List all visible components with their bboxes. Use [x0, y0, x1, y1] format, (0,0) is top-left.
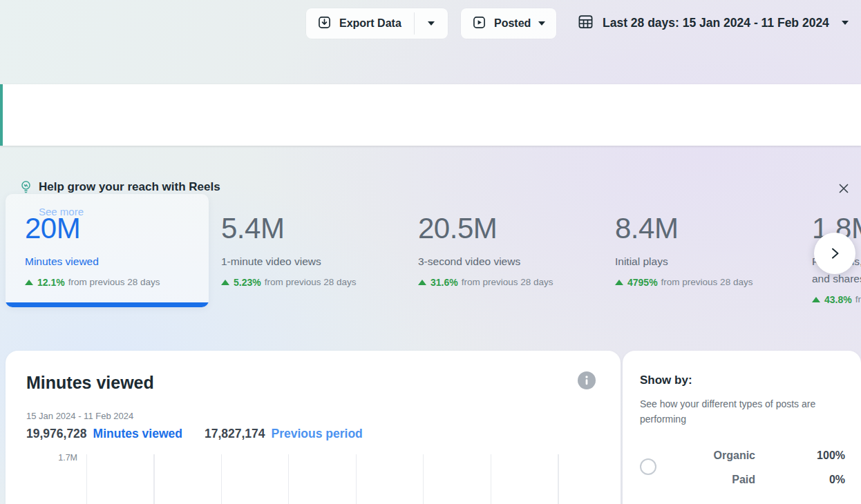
chevron-down-icon: [538, 21, 545, 26]
current-period-label: Minutes viewed: [93, 427, 182, 441]
show-by-title: Show by:: [640, 374, 692, 387]
calendar-icon: [577, 13, 594, 33]
date-range-label: Last 28 days: 15 Jan 2024 - 11 Feb 2024: [603, 16, 829, 30]
minutes-viewed-chart-panel: Minutes viewed 15 Jan 2024 - 11 Feb 2024…: [6, 351, 621, 504]
metric-label: 3-second video views: [418, 253, 596, 271]
metric-change-percent: 43.8%: [824, 294, 852, 305]
reels-tip-banner: Help grow your reach with Reels See more: [0, 84, 861, 146]
increase-arrow-icon: [615, 280, 623, 285]
chevron-down-icon: [842, 21, 849, 25]
post-type-radio-button[interactable]: [640, 458, 656, 475]
carousel-next-button[interactable]: [814, 233, 855, 274]
post-type-breakdown: Organic 100% Paid 0%: [686, 449, 845, 497]
metric-card-minutes-viewed[interactable]: 20M Minutes viewed 12.1% from previous 2…: [6, 194, 209, 307]
chart-date-range: 15 Jan 2024 - 11 Feb 2024: [26, 411, 133, 421]
selected-indicator-bar: [6, 302, 209, 307]
organic-percent: 100%: [811, 449, 845, 462]
metric-value: 20M: [25, 213, 202, 244]
metric-label: Minutes viewed: [25, 253, 202, 271]
chart-legend: 19,976,728 Minutes viewed 17,827,174 Pre…: [26, 427, 363, 441]
organic-row: Organic 100%: [686, 449, 845, 463]
y-axis-top-tick: 1.7M: [48, 453, 77, 463]
metric-label: Initial plays: [615, 253, 793, 271]
metric-value: 20.5M: [418, 213, 596, 244]
chevron-down-icon: [428, 21, 435, 26]
metric-value: 8.4M: [615, 213, 793, 244]
metric-change-percent: 12.1%: [37, 277, 65, 288]
metric-label: 1-minute video views: [221, 253, 399, 271]
export-data-button[interactable]: Export Data: [306, 8, 414, 39]
increase-arrow-icon: [812, 297, 820, 302]
banner-title: Help grow your reach with Reels: [39, 180, 220, 194]
paid-row: Paid 0%: [686, 473, 845, 487]
show-by-panel: Show by: See how your different types of…: [623, 351, 861, 504]
previous-period-value: 17,827,174: [205, 427, 265, 441]
metric-change-note: from previous 28 days: [68, 277, 160, 287]
chart-plot-area: [86, 454, 623, 504]
export-data-label: Export Data: [339, 17, 401, 30]
chevron-right-icon: [827, 246, 842, 261]
metric-change-percent: 5.23%: [234, 277, 261, 288]
metric-change-note: from previous 28 days: [661, 277, 753, 287]
posted-filter-button[interactable]: Posted: [461, 8, 556, 39]
metric-card-1-minute-video-views[interactable]: 5.4M 1-minute video views 5.23% from pre…: [209, 194, 406, 307]
paid-label: Paid: [686, 474, 755, 486]
metric-change-percent: 31.6%: [430, 277, 458, 288]
chart-title: Minutes viewed: [26, 373, 154, 393]
increase-arrow-icon: [25, 280, 33, 285]
export-options-dropdown[interactable]: [415, 8, 448, 39]
organic-label: Organic: [686, 449, 755, 462]
show-by-description: See how your different types of posts ar…: [640, 397, 847, 427]
posted-label: Posted: [494, 17, 531, 30]
date-range-selector[interactable]: Last 28 days: 15 Jan 2024 - 11 Feb 2024: [577, 7, 849, 39]
metric-card-initial-plays[interactable]: 8.4M Initial plays 4795% from previous 2…: [603, 194, 800, 307]
metric-change-note: from previous 28 days: [265, 277, 357, 287]
increase-arrow-icon: [418, 280, 426, 285]
video-play-icon: [472, 15, 486, 32]
paid-percent: 0%: [811, 474, 845, 486]
close-icon: [837, 182, 851, 195]
metric-change-percent: 4795%: [627, 277, 658, 288]
info-icon[interactable]: [578, 371, 596, 392]
increase-arrow-icon: [221, 280, 229, 285]
current-period-value: 19,976,728: [26, 427, 87, 441]
metric-card-carousel: 20M Minutes viewed 12.1% from previous 2…: [6, 194, 861, 307]
previous-period-label: Previous period: [272, 427, 363, 441]
metric-card-3-second-video-views[interactable]: 20.5M 3-second video views 31.6% from pr…: [406, 194, 603, 307]
download-icon: [317, 15, 332, 32]
metric-change-note: from previous 28 days: [462, 277, 554, 287]
export-data-split-button[interactable]: Export Data: [306, 8, 448, 39]
metric-change-note: from previous 28 days: [855, 294, 861, 304]
metric-value: 5.4M: [221, 213, 399, 244]
